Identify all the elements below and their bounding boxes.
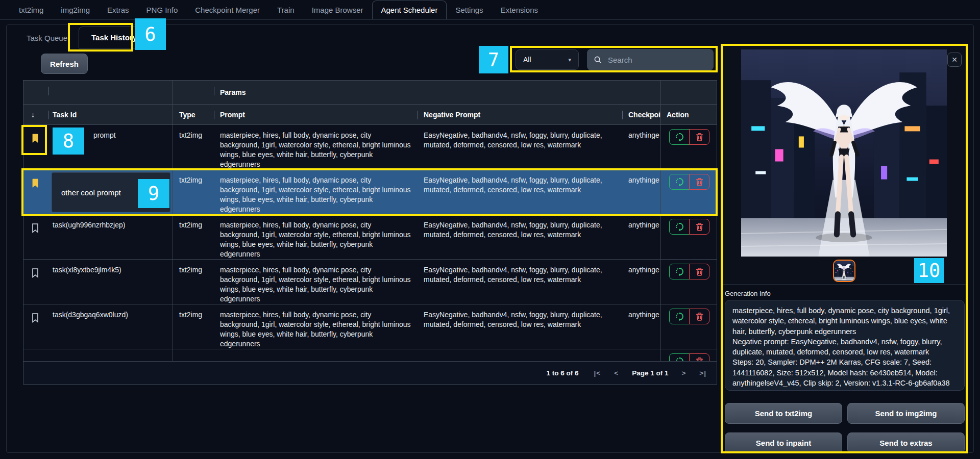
table-row[interactable]: prompt txt2img masterpiece, hires, full … — [23, 125, 717, 170]
cell-type: txt2img — [173, 260, 214, 304]
sort-descending-icon[interactable]: ↓ — [31, 105, 35, 124]
table-row[interactable] — [23, 349, 717, 361]
cell-prompt: masterpiece, hires, full body, dynamic p… — [214, 170, 418, 214]
header-action: Action — [667, 105, 689, 124]
search-box[interactable] — [587, 49, 714, 70]
task-id-text: task(ugh996nzrhbzjep) — [53, 220, 166, 230]
table-row[interactable]: task(ugh996nzrhbzjep) txt2img masterpiec… — [23, 215, 717, 260]
header-type[interactable]: Type — [179, 105, 195, 124]
cell-negative-prompt: EasyNegative, badhandv4, nsfw, foggy, bl… — [418, 260, 622, 304]
cell-negative-prompt — [418, 349, 622, 361]
annotation-badge-10: 10 — [914, 258, 944, 283]
nav-tab-png-info[interactable]: PNG Info — [138, 1, 187, 19]
result-gallery: ✕ — [723, 46, 966, 285]
send-buttons: Send to txt2imgSend to img2imgSend to in… — [725, 403, 965, 453]
nav-tab-txt2img[interactable]: txt2img — [10, 1, 52, 19]
bookmark-icon[interactable] — [30, 177, 40, 189]
cell-prompt — [214, 349, 418, 361]
cell-negative-prompt: EasyNegative, badhandv4, nsfw, foggy, bl… — [418, 125, 622, 169]
close-icon[interactable]: ✕ — [947, 53, 962, 67]
task-id-text: task(d3gbgaq6xw0luzd) — [53, 310, 166, 320]
preview-image[interactable] — [741, 49, 947, 257]
requeue-button[interactable] — [669, 309, 690, 324]
cell-negative-prompt: EasyNegative, badhandv4, nsfw, foggy, bl… — [418, 170, 622, 214]
requeue-button[interactable] — [669, 129, 690, 145]
cell-prompt: masterpiece, hires, full body, dynamic p… — [214, 304, 418, 349]
header-prompt[interactable]: Prompt — [220, 105, 245, 124]
header-task-id[interactable]: Task Id — [53, 105, 77, 124]
page-label: Page 1 of 1 — [632, 369, 668, 377]
cell-negative-prompt: EasyNegative, badhandv4, nsfw, foggy, bl… — [418, 304, 622, 349]
nav-tab-agent-scheduler[interactable]: Agent Scheduler — [372, 1, 447, 19]
trash-icon-button[interactable] — [689, 353, 709, 361]
table-row[interactable]: task(d3gbgaq6xw0luzd) txt2img masterpiec… — [23, 304, 717, 349]
nav-tab-extensions[interactable]: Extensions — [492, 1, 547, 19]
table-column-header: ↓ Task Id Type Prompt Negative Prompt Ch… — [23, 105, 717, 125]
tab-task-queue[interactable]: Task Queue — [15, 28, 79, 48]
column-divider — [173, 81, 173, 104]
annotation-badge-8: 8 — [53, 128, 84, 155]
column-resize-handle[interactable] — [48, 87, 48, 95]
send-to-img2img-button[interactable]: Send to img2img — [847, 403, 965, 424]
requeue-button[interactable] — [669, 174, 690, 190]
cell-task-id[interactable]: task(xl8yxtbe9jlm4k5) — [46, 260, 173, 304]
cell-checkpoint: anythinge — [622, 215, 660, 259]
requeue-button[interactable] — [669, 264, 690, 279]
trash-icon-button[interactable] — [689, 219, 709, 235]
next-page-icon[interactable]: > — [681, 369, 686, 377]
send-to-txt2img-button[interactable]: Send to txt2img — [725, 403, 842, 424]
cell-task-id[interactable]: task(d3gbgaq6xw0luzd) — [46, 304, 173, 349]
status-filter-dropdown[interactable]: All ▾ — [516, 49, 579, 70]
bookmark-icon[interactable] — [30, 222, 40, 234]
trash-icon-button[interactable] — [689, 309, 709, 324]
nav-tab-image-browser[interactable]: Image Browser — [303, 1, 372, 19]
annotation-badge-9: 9 — [138, 179, 169, 208]
nav-tab-settings[interactable]: Settings — [447, 1, 492, 19]
cell-task-id[interactable]: task(ugh996nzrhbzjep) — [46, 215, 173, 259]
cell-type: txt2img — [173, 215, 214, 259]
scheduler-subtabs: Task Queue Task History — [15, 27, 150, 48]
task-id-text: other cool prompt — [61, 188, 121, 197]
search-input[interactable] — [607, 55, 699, 65]
last-page-icon[interactable]: >| — [699, 369, 706, 377]
cell-checkpoint: anythinge — [622, 170, 660, 214]
header-checkpoint[interactable]: Checkpoi — [628, 105, 660, 124]
table-row[interactable]: other cool prompt txt2img masterpiece, h… — [23, 170, 717, 215]
trash-icon-button[interactable] — [689, 264, 709, 279]
column-resize-handle[interactable] — [622, 111, 623, 119]
cell-prompt: masterpiece, hires, full body, dynamic p… — [214, 215, 418, 259]
table-body: prompt txt2img masterpiece, hires, full … — [23, 125, 717, 361]
bookmark-icon[interactable] — [30, 312, 40, 324]
cell-type: txt2img — [173, 125, 214, 169]
cell-checkpoint: anythinge — [622, 260, 660, 304]
trash-icon-button[interactable] — [689, 174, 709, 190]
top-nav: txt2imgimg2imgExtrasPNG InfoCheckpoint M… — [0, 0, 980, 20]
gallery-thumbnail-selected[interactable] — [833, 260, 855, 282]
column-resize-handle[interactable] — [214, 87, 214, 95]
send-to-extras-button[interactable]: Send to extras — [847, 432, 965, 453]
prev-page-icon[interactable]: < — [614, 369, 619, 377]
table-row[interactable]: task(xl8yxtbe9jlm4k5) txt2img masterpiec… — [23, 260, 717, 304]
status-filter-value: All — [523, 56, 531, 64]
refresh-button[interactable]: Refresh — [41, 54, 88, 74]
requeue-button[interactable] — [669, 353, 690, 361]
column-resize-handle[interactable] — [214, 111, 214, 119]
bookmark-icon[interactable] — [30, 267, 40, 279]
first-page-icon[interactable]: |< — [594, 369, 601, 377]
cell-task-id[interactable] — [46, 349, 173, 361]
trash-icon-button[interactable] — [689, 129, 709, 145]
nav-tab-extras[interactable]: Extras — [99, 1, 138, 19]
send-to-inpaint-button[interactable]: Send to inpaint — [725, 432, 842, 453]
nav-tab-img2img[interactable]: img2img — [52, 1, 99, 19]
result-preview-panel: ✕ — [723, 46, 966, 451]
search-icon — [593, 55, 602, 64]
cell-type: txt2img — [173, 170, 214, 214]
nav-tab-checkpoint-merger[interactable]: Checkpoint Merger — [186, 1, 268, 19]
header-negative-prompt[interactable]: Negative Prompt — [424, 105, 480, 124]
requeue-button[interactable] — [669, 219, 690, 235]
bookmark-icon[interactable] — [30, 132, 40, 144]
column-divider — [660, 105, 661, 124]
column-resize-handle[interactable] — [418, 111, 418, 119]
column-resize-handle[interactable] — [48, 111, 48, 119]
nav-tab-train[interactable]: Train — [268, 1, 303, 19]
